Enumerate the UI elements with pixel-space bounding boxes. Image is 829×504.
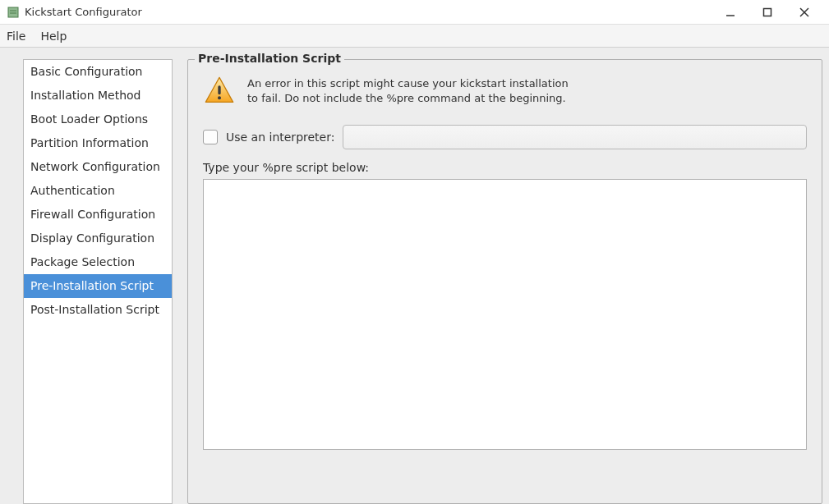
menu-file[interactable]: File: [7, 30, 25, 43]
sidebar-item[interactable]: Authentication: [24, 179, 172, 203]
sidebar-item[interactable]: Boot Loader Options: [24, 108, 172, 131]
main-panel: Pre-Installation Script: [187, 59, 822, 504]
window-title: Kickstart Configurator: [25, 6, 712, 18]
menubar: File Help: [0, 25, 829, 48]
svg-point-8: [218, 96, 221, 99]
maximize-button[interactable]: [748, 1, 785, 24]
content-area: Basic ConfigurationInstallation MethodBo…: [0, 48, 829, 504]
minimize-button[interactable]: [712, 1, 748, 24]
script-textarea[interactable]: [203, 179, 807, 450]
app-icon: [7, 6, 20, 19]
sidebar-item[interactable]: Installation Method: [24, 84, 172, 108]
sidebar-item[interactable]: Pre-Installation Script: [24, 274, 172, 298]
svg-rect-4: [763, 8, 771, 16]
warning-icon: [203, 75, 236, 110]
script-label: Type your %pre script below:: [203, 161, 807, 174]
menu-help[interactable]: Help: [40, 30, 67, 43]
svg-rect-7: [218, 85, 220, 94]
sidebar-item[interactable]: Package Selection: [24, 250, 172, 274]
warning-line-1: An error in this script might cause your…: [247, 76, 569, 91]
sidebar-item[interactable]: Post-Installation Script: [24, 298, 172, 322]
sidebar-item[interactable]: Partition Information: [24, 131, 172, 155]
warning-text: An error in this script might cause your…: [247, 75, 569, 106]
interpreter-checkbox[interactable]: [203, 130, 218, 144]
panel-fieldset: Pre-Installation Script: [187, 59, 822, 504]
warning-row: An error in this script might cause your…: [203, 75, 807, 110]
svg-rect-0: [8, 7, 18, 17]
warning-line-2: to fail. Do not include the %pre command…: [247, 91, 569, 106]
sidebar-item[interactable]: Firewall Configuration: [24, 203, 172, 227]
panel-title: Pre-Installation Script: [195, 52, 344, 65]
interpreter-label: Use an interpreter:: [226, 131, 334, 144]
window-controls: [712, 1, 822, 24]
interpreter-row: Use an interpreter:: [203, 125, 807, 149]
sidebar-item[interactable]: Basic Configuration: [24, 60, 172, 84]
sidebar: Basic ConfigurationInstallation MethodBo…: [23, 59, 173, 504]
interpreter-input[interactable]: [343, 125, 807, 149]
titlebar: Kickstart Configurator: [0, 0, 829, 25]
close-button[interactable]: [785, 1, 822, 24]
sidebar-item[interactable]: Display Configuration: [24, 227, 172, 250]
sidebar-item[interactable]: Network Configuration: [24, 155, 172, 179]
